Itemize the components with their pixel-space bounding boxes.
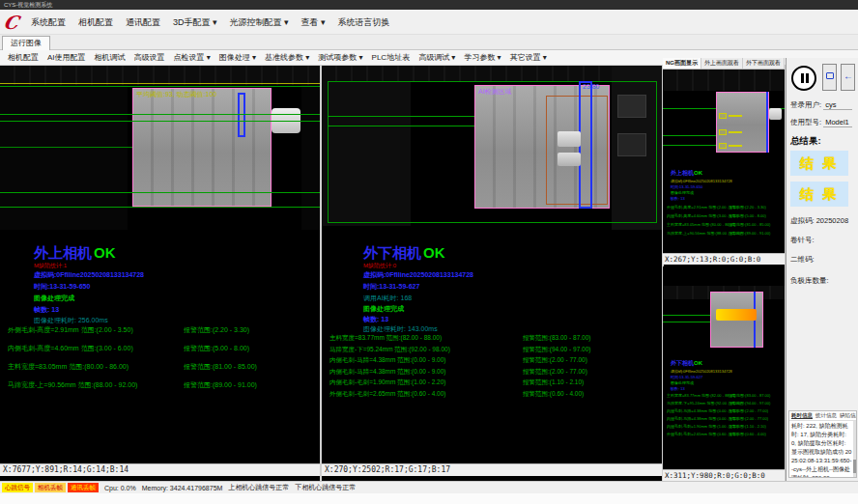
measure-text: 主料宽度=83.05mm 范围:(80.00 - 86.00) [8,362,184,372]
window-title: CYS-视觉检测系统 [4,2,52,8]
log-tab[interactable]: 统计信息 [815,412,837,419]
menu-item[interactable]: 系统配置 [31,16,66,29]
measure-value: 23.80 [583,83,600,90]
tab-row: 运行图像 [0,35,858,50]
defect-label-mark [729,131,742,133]
alarm-range: 报警范围:(2.00 - 77.00) [523,356,587,365]
time-line: 时间:13-31-59-627 [363,282,419,292]
alarm-range: 报警范围:(89.00 - 91.00) [729,231,770,236]
barcode-line: 虚拟码:0Fflline20250208133134728 [671,369,732,374]
menu-item[interactable]: 光源控制配置 ▾ [230,16,289,29]
toolbar-item[interactable]: 相机调试 [95,52,126,63]
logout-button[interactable]: ← [841,64,855,91]
login-user-label: 登录用户: [790,100,821,109]
ng-highlight-blob [716,309,757,321]
cam-up-heartbeat: 上相机心跳信号正常 [228,483,289,492]
done-line: 图像处理完成 [363,304,404,314]
toolbar-item[interactable]: AI使用配置 [47,52,86,63]
alarm-range: 报警范围:(2.20 - 3.30) [729,205,766,210]
alarm-range: 报警范围:(94.00 - 97.00) [729,401,770,406]
toolbar-item[interactable]: 高级设置 [134,52,165,63]
camera-name: 外下相机 [671,360,694,366]
toolbar-item[interactable]: 点检设置 ▾ [174,52,211,63]
login-user-value: cys [823,100,852,110]
log-scrollbar[interactable] [853,421,856,477]
tab-run-image[interactable]: 运行图像 [2,36,50,50]
model-value[interactable]: Model1 [823,118,852,127]
ng-tab[interactable]: 外下画面观看 [743,58,785,69]
measure-line-green [328,126,474,126]
panel-divider [320,66,322,481]
log-tab[interactable]: 缺陷信息 [840,412,857,419]
log-tab[interactable]: 耗时信息 [791,412,813,419]
camera-panel-lower: AI检测区域 23.80 外下相机OK M缺陷统计:0 虚拟码:0Fflline… [322,66,662,481]
cam-down-heartbeat: 下相机心跳信号正常 [295,483,356,492]
result-box: 结 果 [790,182,848,207]
measure-text: 内侧毛刺-马蹄=4.38mm 范围:(0.00 - 9.00) [329,368,523,377]
status-bar: 心跳信号相机丢帧通讯丢帧 Cpu: 0.0% Memory: 3424.4179… [0,481,858,493]
measurement-row: 内侧毛刺-马蹄=4.38mm 范围:(0.00 - 9.00) 报警范围:(2.… [329,368,587,377]
log-scroll-thumb[interactable] [853,460,856,473]
measurement-row: 内侧毛刺-马蹄=4.38mm 范围:(0.00 - 9.00) 报警范围:(2.… [667,416,768,421]
menu-item[interactable]: 通讯配置 [126,16,160,29]
measure-line-green [0,121,320,122]
measurement-row: 马蹄宽度-上=90.56mm 范围:(88.00 - 92.00) 报警范围:(… [8,380,257,390]
measurement-row: 内侧毛刺-马蹄=4.38mm 范围:(0.00 - 9.00) 报警范围:(2.… [329,356,587,365]
toolbar-item[interactable]: 相机配置 [8,52,39,63]
status-badge: 通讯丢帧 [68,483,99,492]
toolbar-item[interactable]: 高级调试 ▾ [418,52,455,63]
time-line: 时间:13-31-59-650 [34,282,90,292]
model-label: 使用型号: [790,118,821,126]
barcode-row: 虚拟码: 20250208 [790,216,856,226]
measure-roi-blue [238,93,245,137]
measure-line-green [328,116,474,117]
measure-line-green [663,135,716,136]
frames-line: 帧数: 13 [363,315,388,324]
toolbar-item[interactable]: 图像处理 ▾ [219,52,256,63]
ng-preview-upper [663,70,785,164]
measurement-row: 主料宽度=83.77mm 范围:(82.00 - 88.00) 报警范围:(83… [329,334,590,343]
alarm-range: 报警范围:(2.00 - 77.00) [523,368,587,377]
qrcode-row: 二维码: [790,255,856,265]
measure-text: 主料宽度=83.77mm 范围:(82.00 - 88.00) [667,393,729,398]
camera-panel-upper: 平均阈值:93, 动态阈值:100 外上相机OK M缺陷统计:1 虚拟码:0Ff… [0,66,320,481]
defect-marker [719,129,727,135]
ng-tab[interactable]: NG画面显示 [663,58,701,69]
measure-line-green [0,114,320,115]
toolbar-item[interactable]: 其它设置 ▾ [510,52,547,63]
frames-line: 帧数: 13 [671,196,685,201]
measure-line-green [663,322,710,322]
logout-arrow-icon: ← [843,70,854,81]
toolbar-item[interactable]: 学习参数 ▾ [464,52,500,63]
defect-marker [719,113,727,119]
toolbar-item[interactable]: PLC地址表 [372,52,411,63]
ng-tabs: NG画面显示外上画面观看外下画面观看 [663,58,785,70]
camera-result-title: 外上相机OK [34,244,116,263]
measure-text: 内侧毛刺-毛刺=1.90mm 范围:(1.00 - 2.20) [667,424,729,429]
alarm-range: 报警范围:(94.00 - 97.00) [523,346,590,354]
toolbar-item[interactable]: 测试项参数 ▾ [318,52,362,63]
toolbar-item[interactable]: 基准线参数 ▾ [265,52,309,63]
alarm-range: 报警范围:(0.60 - 4.00) [729,432,766,436]
menu-item[interactable]: 系统语言切换 [338,16,390,29]
menu-items: 系统配置相机配置通讯配置3D手配置 ▾光源控制配置 ▾查看 ▾系统语言切换 [31,10,390,35]
alarm-range: 报警范围:(5.00 - 8.00) [184,344,249,353]
frames-line: 帧数: 13 [34,305,59,315]
measure-text: 马蹄宽度-下=95.24mm 范围:(92.00 - 98.00) [667,401,729,406]
measurement-row: 外侧毛刺-高度=2.91mm 范围:(2.00 - 3.50) 报警范围:(2.… [667,205,766,210]
menu-bar: C 系统配置相机配置通讯配置3D手配置 ▾光源控制配置 ▾查看 ▾系统语言切换 [0,10,858,35]
ng-tab[interactable]: 外上画面观看 [701,58,743,69]
alarm-range: 报警范围:(5.00 - 8.00) [729,213,766,218]
camera-capture-button[interactable] [822,64,837,91]
menu-item[interactable]: 3D手配置 ▾ [173,16,217,29]
measurement-row: 主料宽度=83.05mm 范围:(80.00 - 86.00) 报警范围:(81… [667,222,770,227]
measure-text: 马蹄宽度-上=90.56mm 范围:(88.00 - 92.00) [667,231,729,236]
defect-label-mark [729,145,742,147]
defect-marker [719,143,727,149]
camera-name: 外下相机 [363,244,421,261]
menu-item[interactable]: 查看 ▾ [301,16,326,29]
measure-text: 外侧毛刺-高度=2.91mm 范围:(2.00 - 3.50) [8,325,184,335]
pause-button[interactable] [791,66,816,91]
menu-item[interactable]: 相机配置 [78,16,113,29]
barcode-line: 虚拟码:0Fflline20250208133134728 [34,270,144,280]
